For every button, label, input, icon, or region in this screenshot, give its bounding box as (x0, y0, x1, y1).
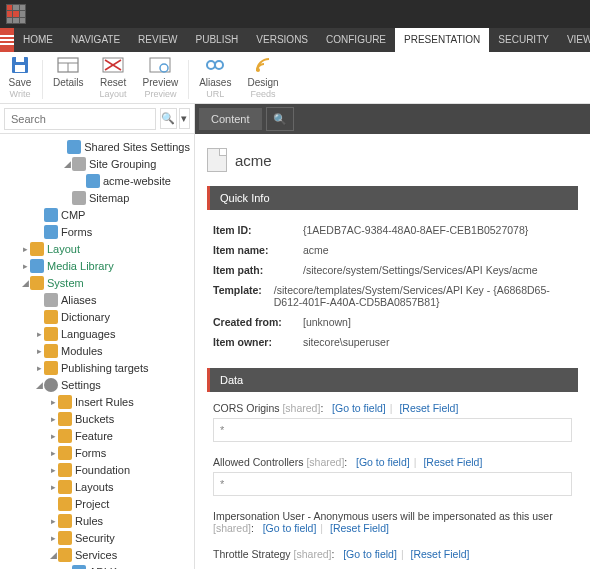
tree-node-label: Forms (61, 226, 92, 238)
ribbon-aliases[interactable]: AliasesURL (191, 56, 239, 103)
tree-node-label: Shared Sites Settings (84, 141, 190, 153)
tree-item[interactable]: acme-website (0, 172, 194, 189)
menu-view[interactable]: VIEW (558, 28, 590, 52)
ribbon-reset[interactable]: ResetLayout (92, 56, 135, 103)
tree-item[interactable]: ◢Settings (0, 376, 194, 393)
goto-field-link[interactable]: [Go to field] (343, 548, 397, 560)
tree-node-label: Feature (75, 430, 113, 442)
tree-toggle-icon[interactable]: ▸ (34, 329, 44, 339)
tree-toggle-icon[interactable]: ◢ (34, 380, 44, 390)
tree-toggle-icon[interactable]: ▸ (48, 465, 58, 475)
tree-item[interactable]: Dictionary (0, 308, 194, 325)
tab-search[interactable]: 🔍 (266, 107, 294, 131)
tree-node-label: acme-website (103, 175, 171, 187)
goto-field-link[interactable]: [Go to field] (263, 522, 317, 534)
goto-field-link[interactable]: [Go to field] (356, 456, 410, 468)
tree-item[interactable]: ▸Media Library (0, 257, 194, 274)
reset-field-link[interactable]: [Reset Field] (330, 522, 389, 534)
tree-item[interactable]: ▸Languages (0, 325, 194, 342)
search-input[interactable] (4, 108, 156, 130)
tree-item[interactable]: ◢Services (0, 546, 194, 563)
search-button[interactable]: 🔍 (160, 108, 177, 129)
tree-item[interactable]: ▸Forms (0, 444, 194, 461)
tree-item[interactable]: ▸Layouts (0, 478, 194, 495)
menu-configure[interactable]: CONFIGURE (317, 28, 395, 52)
ribbon-save[interactable]: SaveWrite (0, 56, 40, 103)
tree-item[interactable]: Aliases (0, 291, 194, 308)
tree-item[interactable]: ▸Publishing targets (0, 359, 194, 376)
ribbon-toolbar: SaveWriteDetails ResetLayoutPreviewPrevi… (0, 52, 590, 104)
menu-presentation[interactable]: PRESENTATION (395, 28, 489, 52)
menu-review[interactable]: REVIEW (129, 28, 186, 52)
tree-item[interactable]: ▸Foundation (0, 461, 194, 478)
hamburger-menu[interactable] (0, 28, 14, 52)
tree-toggle-icon[interactable]: ◢ (48, 550, 58, 560)
tree-toggle-icon[interactable]: ▸ (48, 516, 58, 526)
info-value: /sitecore/system/Settings/Services/API K… (303, 264, 538, 276)
impersonation-field-label: Impersonation User - Anonymous users wil… (213, 510, 572, 534)
tree-item[interactable]: ◢Site Grouping (0, 155, 194, 172)
cors-origins-input[interactable] (213, 418, 572, 442)
tree-node-label: Sitemap (89, 192, 129, 204)
tree-toggle-icon[interactable]: ◢ (20, 278, 30, 288)
tree-toggle-icon[interactable]: ▸ (48, 414, 58, 424)
menu-publish[interactable]: PUBLISH (187, 28, 248, 52)
menu-security[interactable]: SECURITY (489, 28, 558, 52)
tree-item[interactable]: ▸Layout (0, 240, 194, 257)
ribbon-design[interactable]: DesignFeeds (239, 56, 286, 103)
tree-toggle-icon[interactable]: ▸ (48, 448, 58, 458)
quick-info-header[interactable]: Quick Info (207, 186, 578, 210)
tree-item[interactable]: ▸Buckets (0, 410, 194, 427)
tree-item[interactable]: Project (0, 495, 194, 512)
item-icon (207, 148, 227, 172)
info-label: Template: (213, 284, 274, 308)
tree-toggle-icon[interactable]: ◢ (62, 159, 72, 169)
tree-toggle-icon[interactable]: ▸ (48, 533, 58, 543)
goto-field-link[interactable]: [Go to field] (332, 402, 386, 414)
tree-toggle-icon[interactable]: ▸ (48, 397, 58, 407)
tree-item[interactable]: ▸Rules (0, 512, 194, 529)
app-logo[interactable] (6, 4, 26, 24)
tab-content[interactable]: Content (199, 108, 262, 130)
tree-node-icon (58, 412, 72, 426)
tree-item[interactable]: ◢System (0, 274, 194, 291)
tree-toggle-icon[interactable]: ▸ (34, 346, 44, 356)
tree-item[interactable]: ▸Feature (0, 427, 194, 444)
tree-item[interactable]: Sitemap (0, 189, 194, 206)
tree-node-label: Services (75, 549, 117, 561)
reset-field-link[interactable]: [Reset Field] (411, 548, 470, 560)
search-icon: 🔍 (273, 113, 287, 126)
tree-node-icon (72, 191, 86, 205)
app-topbar (0, 0, 590, 28)
tree-item[interactable]: ▸Insert Rules (0, 393, 194, 410)
data-header[interactable]: Data (207, 368, 578, 392)
tree-toggle-icon[interactable]: ▸ (48, 482, 58, 492)
menu-navigate[interactable]: NAVIGATE (62, 28, 129, 52)
tree-toggle-icon[interactable]: ▸ (20, 261, 30, 271)
tree-node-icon (44, 361, 58, 375)
tree-node-label: Security (75, 532, 115, 544)
details-icon (56, 56, 80, 76)
tree-item[interactable]: Forms (0, 223, 194, 240)
tree-toggle-icon[interactable]: ▸ (34, 363, 44, 373)
menu-versions[interactable]: VERSIONS (247, 28, 317, 52)
tree-item[interactable]: ◢API Keys (0, 563, 194, 569)
tree-item[interactable]: Shared Sites Settings (0, 138, 194, 155)
ribbon-details[interactable]: Details (45, 56, 92, 103)
tree-item[interactable]: ▸Modules (0, 342, 194, 359)
search-dropdown[interactable]: ▾ (179, 108, 190, 129)
tree-node-label: Forms (75, 447, 106, 459)
tree-toggle-icon[interactable]: ▸ (20, 244, 30, 254)
tree-toggle-icon[interactable]: ▸ (48, 431, 58, 441)
svg-rect-2 (16, 57, 24, 62)
tree-item[interactable]: CMP (0, 206, 194, 223)
reset-field-link[interactable]: [Reset Field] (399, 402, 458, 414)
tree-node-icon (58, 429, 72, 443)
search-icon: 🔍 (161, 112, 175, 125)
tree-node-label: Insert Rules (75, 396, 134, 408)
reset-field-link[interactable]: [Reset Field] (423, 456, 482, 468)
tree-item[interactable]: ▸Security (0, 529, 194, 546)
allowed-controllers-input[interactable] (213, 472, 572, 496)
menu-home[interactable]: HOME (14, 28, 62, 52)
ribbon-preview[interactable]: PreviewPreview (135, 56, 187, 103)
